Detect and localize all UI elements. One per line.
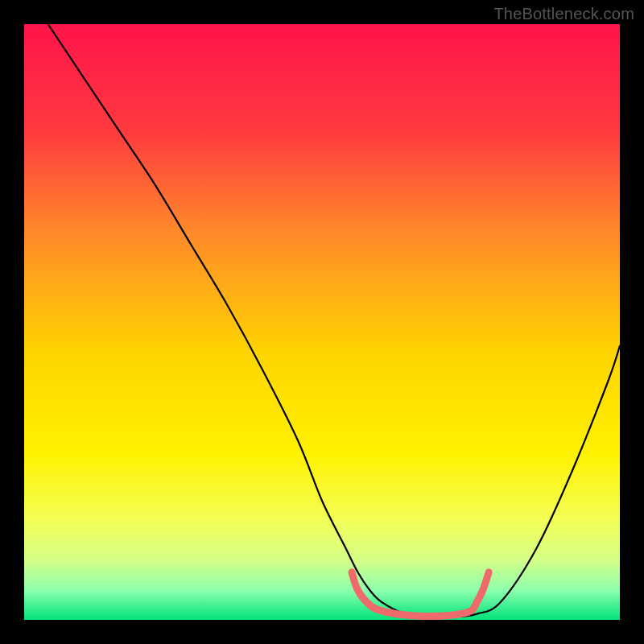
- watermark-text: TheBottleneck.com: [493, 5, 634, 23]
- bottleneck-chart: TheBottleneck.com: [0, 0, 644, 644]
- chart-svg: [0, 0, 644, 644]
- heat-gradient-background: [24, 24, 620, 620]
